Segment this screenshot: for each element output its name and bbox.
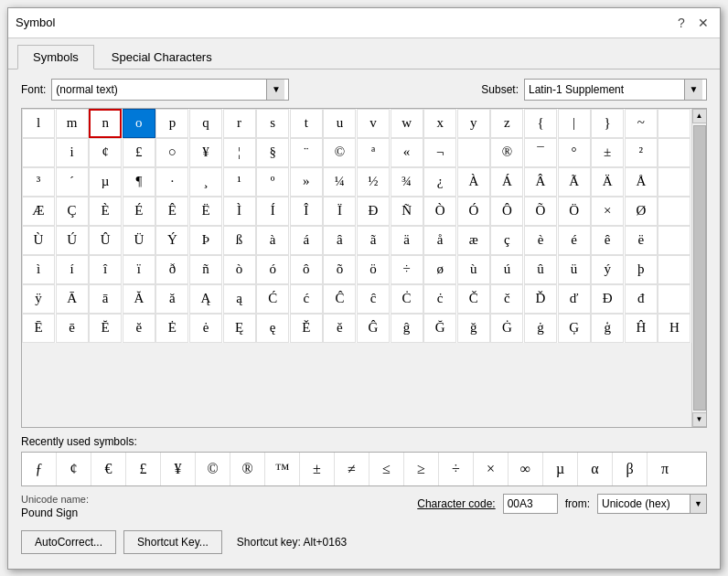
recent-symbol-cell[interactable]: × [474,453,509,485]
symbol-cell[interactable]: Ö [558,197,591,226]
character-code-label[interactable]: Character code: [417,497,495,510]
recent-symbol-cell[interactable]: € [91,453,126,485]
symbol-cell[interactable]: À [457,167,490,197]
symbol-cell[interactable]: µ [89,167,122,197]
symbol-cell[interactable]: ¬ [423,138,456,167]
symbol-cell[interactable] [658,226,691,255]
scrollbar[interactable]: ▲ ▼ [691,109,706,427]
recent-symbol-cell[interactable]: © [196,453,230,485]
symbol-cell[interactable]: õ [323,255,356,284]
symbol-cell[interactable]: ą [223,284,256,314]
symbol-cell[interactable] [658,197,691,226]
symbol-cell[interactable]: º [256,167,289,197]
symbol-cell[interactable]: ě [323,314,356,343]
symbol-cell[interactable]: u [323,109,356,138]
shortcut-key-button[interactable]: Shortcut Key... [123,530,222,554]
symbol-cell[interactable]: ¾ [391,167,423,197]
symbol-cell[interactable]: É [123,197,155,226]
symbol-cell[interactable]: r [223,109,256,138]
symbol-cell[interactable]: đ [625,284,658,314]
symbol-cell[interactable]: Ò [423,197,456,226]
symbol-cell[interactable]: í [56,255,89,284]
symbol-cell[interactable]: Æ [22,197,55,226]
symbol-cell[interactable]: Ð [357,197,390,226]
symbol-cell[interactable]: × [591,197,624,226]
symbol-cell[interactable]: à [256,226,289,255]
symbol-cell[interactable]: ü [558,255,591,284]
scroll-down-arrow[interactable]: ▼ [692,412,707,427]
symbol-cell[interactable]: Ó [457,197,490,226]
symbol-cell[interactable]: ġ [524,314,557,343]
symbol-cell[interactable]: ± [591,138,624,167]
symbol-cell[interactable]: ¥ [189,138,222,167]
symbol-cell[interactable]: ó [256,255,289,284]
symbol-cell[interactable]: ô [290,255,323,284]
recent-symbol-cell[interactable]: µ [543,453,578,485]
symbol-cell[interactable]: Ì [223,197,256,226]
symbol-cell[interactable]: ÿ [22,284,55,314]
symbol-cell[interactable]: ® [490,138,523,167]
symbol-cell[interactable]: ª [357,138,390,167]
symbol-cell[interactable]: ç [490,226,523,255]
symbol-cell[interactable]: ë [625,226,658,255]
symbol-cell[interactable] [658,138,691,167]
symbol-cell[interactable]: Ā [56,284,89,314]
symbol-cell[interactable]: ° [558,138,591,167]
symbol-cell[interactable]: q [189,109,222,138]
symbol-cell[interactable]: n [89,109,122,138]
symbol-cell[interactable] [658,255,691,284]
symbol-cell[interactable]: þ [625,255,658,284]
symbol-cell[interactable]: Ý [155,226,188,255]
symbol-cell[interactable]: ď [558,284,591,314]
symbol-cell[interactable]: o [123,109,155,138]
symbol-cell[interactable]: Ĉ [323,284,356,314]
symbol-cell[interactable]: s [256,109,289,138]
symbol-cell[interactable]: z [490,109,523,138]
symbol-cell[interactable]: Ê [155,197,188,226]
symbol-cell[interactable]: Ï [323,197,356,226]
symbol-cell[interactable]: ○ [155,138,188,167]
recent-symbol-cell[interactable]: ¥ [161,453,196,485]
symbol-cell[interactable]: ę [256,314,289,343]
symbol-cell[interactable]: Ø [625,197,658,226]
subset-combo[interactable]: Latin-1 Supplement ▼ [524,79,707,101]
symbol-cell[interactable]: Ñ [391,197,423,226]
symbol-cell[interactable]: ² [625,138,658,167]
symbol-cell[interactable]: â [323,226,356,255]
symbol-cell[interactable]: l [22,109,55,138]
symbol-cell[interactable]: û [524,255,557,284]
symbol-cell[interactable]: ù [457,255,490,284]
symbol-cell[interactable]: ö [357,255,390,284]
symbol-cell[interactable]: È [89,197,122,226]
from-combo-arrow[interactable]: ▼ [690,495,706,513]
symbol-cell[interactable]: č [490,284,523,314]
symbol-cell[interactable]: Â [524,167,557,197]
symbol-cell[interactable]: ē [56,314,89,343]
symbol-cell[interactable]: á [290,226,323,255]
symbol-cell[interactable]: Ą [189,284,222,314]
symbol-cell[interactable]: å [423,226,456,255]
symbol-cell[interactable]: ĕ [123,314,155,343]
symbol-cell[interactable]: é [558,226,591,255]
symbol-cell[interactable]: æ [457,226,490,255]
symbol-cell[interactable]: ß [223,226,256,255]
scroll-up-arrow[interactable]: ▲ [692,109,707,123]
symbol-cell[interactable]: ¿ [423,167,456,197]
symbol-cell[interactable]: Ä [591,167,624,197]
symbol-cell[interactable]: Ģ [558,314,591,343]
symbol-cell[interactable] [658,284,691,314]
symbol-cell[interactable]: ­ [457,138,490,167]
symbol-cell[interactable]: ý [591,255,624,284]
symbol-cell[interactable]: ò [223,255,256,284]
help-button[interactable]: ? [672,14,691,32]
symbol-cell[interactable]: Ć [256,284,289,314]
symbol-cell[interactable]: Ĝ [357,314,390,343]
recent-symbol-cell[interactable]: ¢ [57,453,91,485]
symbol-cell[interactable]: · [155,167,188,197]
symbol-cell[interactable]: y [457,109,490,138]
autocorrect-button[interactable]: AutoCorrect... [21,530,116,554]
symbol-cell[interactable]: ė [189,314,222,343]
symbol-cell[interactable]: Ġ [490,314,523,343]
symbol-cell[interactable]: ú [490,255,523,284]
symbol-cell[interactable]: Î [290,197,323,226]
